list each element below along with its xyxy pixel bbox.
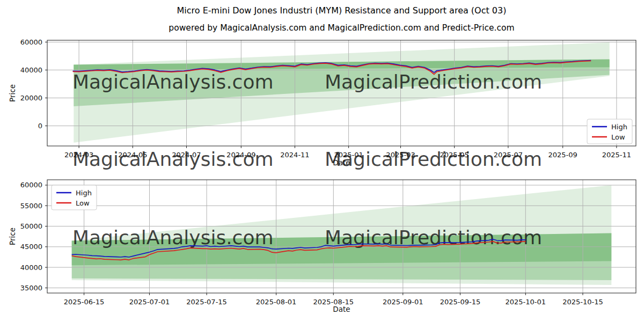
x-axis-label: Date [333, 305, 350, 313]
y-tick-label: 50000 [20, 222, 42, 230]
legend-label-low: Low [611, 133, 625, 141]
subplot-bottom: MagicalAnalysis.comMagicalPrediction.com… [8, 180, 636, 313]
x-tick-label: 2025-07-15 [186, 298, 227, 306]
y-tick-label: 20000 [20, 94, 42, 102]
y-axis-label: Price [8, 228, 17, 245]
subplot-top: MagicalAnalysis.comMagicalPrediction.com… [8, 38, 636, 167]
legend-label-high: High [76, 189, 92, 197]
x-tick-label: 2025-07-01 [129, 298, 170, 306]
x-tick-label: 2025-10-01 [506, 298, 546, 306]
watermark-text: MagicalAnalysis.com [72, 226, 273, 248]
x-tick-label: 2025-11 [602, 151, 631, 159]
x-tick-label: 2025-05 [440, 151, 469, 159]
x-axis-label: Date [333, 158, 350, 167]
figure: Micro E-mini Dow Jones Industri (MYM) Re… [0, 0, 644, 322]
x-tick-label: 2025-08-01 [256, 298, 297, 306]
x-tick-label: 2024-09 [226, 151, 255, 159]
charts-canvas: MagicalAnalysis.comMagicalPrediction.com… [0, 0, 644, 322]
x-tick-label: 2025-06-15 [64, 298, 105, 306]
watermark-text: MagicalAnalysis.com [72, 71, 273, 93]
x-tick-label: 2025-07 [494, 151, 523, 159]
x-tick-label: 2025-03 [386, 151, 415, 159]
x-tick-label: 2024-11 [280, 151, 309, 159]
legend-label-high: High [611, 123, 627, 131]
x-tick-label: 2025-01 [334, 151, 363, 159]
y-tick-label: 55000 [20, 202, 42, 210]
y-axis-label: Price [8, 84, 17, 102]
y-tick-label: 45000 [20, 243, 42, 251]
legend-label-low: Low [76, 199, 90, 207]
y-tick-label: 60000 [20, 181, 42, 189]
x-tick-label: 2024-03 [64, 151, 93, 159]
y-tick-label: 0 [38, 122, 42, 130]
y-tick-label: 40000 [20, 66, 42, 74]
x-tick-label: 2025-10-15 [562, 298, 603, 306]
legend: HighLow [587, 119, 632, 144]
y-tick-label: 60000 [20, 38, 42, 46]
legend: HighLow [52, 185, 97, 210]
y-tick-label: 35000 [20, 284, 42, 292]
y-tick-label: 40000 [20, 264, 42, 272]
x-tick-label: 2024-07 [172, 151, 201, 159]
x-tick-label: 2025-09-01 [383, 298, 423, 306]
x-tick-label: 2025-09-15 [440, 298, 481, 306]
x-tick-label: 2024-05 [118, 151, 147, 159]
x-tick-label: 2025-09 [548, 151, 577, 159]
